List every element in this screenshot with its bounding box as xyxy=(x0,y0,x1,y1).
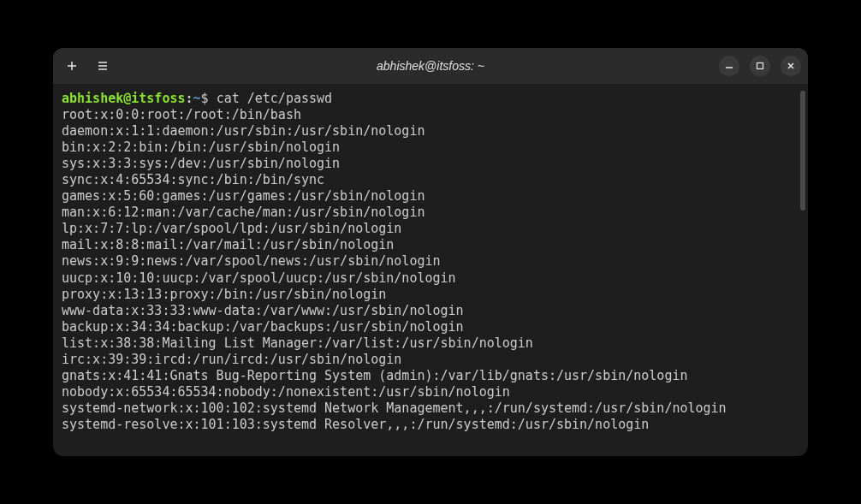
output-line: uucp:x:10:10:uucp:/var/spool/uucp:/usr/s… xyxy=(62,270,799,287)
output-line: list:x:38:38:Mailing List Manager:/var/l… xyxy=(62,335,799,352)
terminal-body[interactable]: abhishek@itsfoss:~$ cat /etc/passwd root… xyxy=(53,84,808,456)
window-controls xyxy=(719,56,801,76)
output-line: www-data:x:33:33:www-data:/var/www:/usr/… xyxy=(62,303,799,319)
output-line: news:x:9:9:news:/var/spool/news:/usr/sbi… xyxy=(62,253,799,270)
svg-rect-6 xyxy=(757,63,763,69)
output-line: systemd-network:x:100:102:systemd Networ… xyxy=(62,400,799,417)
output-container: root:x:0:0:root:/root:/bin/bashdaemon:x:… xyxy=(62,107,799,433)
minimize-button[interactable] xyxy=(719,56,739,76)
output-line: lp:x:7:7:lp:/var/spool/lpd:/usr/sbin/nol… xyxy=(62,221,799,237)
output-line: games:x:5:60:games:/usr/games:/usr/sbin/… xyxy=(62,188,799,205)
output-line: proxy:x:13:13:proxy:/bin:/usr/sbin/nolog… xyxy=(62,287,799,303)
output-line: sys:x:3:3:sys:/dev:/usr/sbin/nologin xyxy=(62,156,799,172)
scrollbar-thumb[interactable] xyxy=(800,91,805,210)
maximize-icon xyxy=(756,62,764,70)
output-line: gnats:x:41:41:Gnats Bug-Reporting System… xyxy=(62,368,799,384)
output-line: nobody:x:65534:65534:nobody:/nonexistent… xyxy=(62,384,799,400)
output-line: irc:x:39:39:ircd:/run/ircd:/usr/sbin/nol… xyxy=(62,352,799,368)
output-line: daemon:x:1:1:daemon:/usr/sbin:/usr/sbin/… xyxy=(62,123,799,139)
maximize-button[interactable] xyxy=(750,56,770,76)
close-icon xyxy=(787,62,795,70)
command-text: cat /etc/passwd xyxy=(217,91,332,106)
close-button[interactable] xyxy=(781,56,801,76)
prompt-line: abhishek@itsfoss:~$ cat /etc/passwd xyxy=(62,91,799,107)
output-line: backup:x:34:34:backup:/var/backups:/usr/… xyxy=(62,319,799,335)
output-line: root:x:0:0:root:/root:/bin/bash xyxy=(62,107,799,123)
terminal-window: abhishek@itsfoss: ~ abhishek@itsfos xyxy=(53,48,808,456)
output-line: sync:x:4:65534:sync:/bin:/bin/sync xyxy=(62,172,799,188)
prompt-user-host: abhishek@itsfoss xyxy=(62,91,186,106)
output-line: bin:x:2:2:bin:/bin:/usr/sbin/nologin xyxy=(62,139,799,156)
output-line: man:x:6:12:man:/var/cache/man:/usr/sbin/… xyxy=(62,205,799,221)
titlebar: abhishek@itsfoss: ~ xyxy=(53,48,808,84)
prompt-colon: : xyxy=(186,91,193,106)
titlebar-left-controls xyxy=(62,56,113,76)
minimize-icon xyxy=(725,62,733,70)
output-line: mail:x:8:8:mail:/var/mail:/usr/sbin/nolo… xyxy=(62,237,799,253)
plus-icon xyxy=(65,59,79,73)
window-title: abhishek@itsfoss: ~ xyxy=(377,59,484,73)
output-line: systemd-resolve:x:101:103:systemd Resolv… xyxy=(62,417,799,433)
menu-button[interactable] xyxy=(92,56,113,76)
new-tab-button[interactable] xyxy=(62,56,82,76)
hamburger-icon xyxy=(96,59,110,73)
prompt-path: ~ xyxy=(193,91,201,106)
prompt-symbol: $ xyxy=(201,91,217,106)
